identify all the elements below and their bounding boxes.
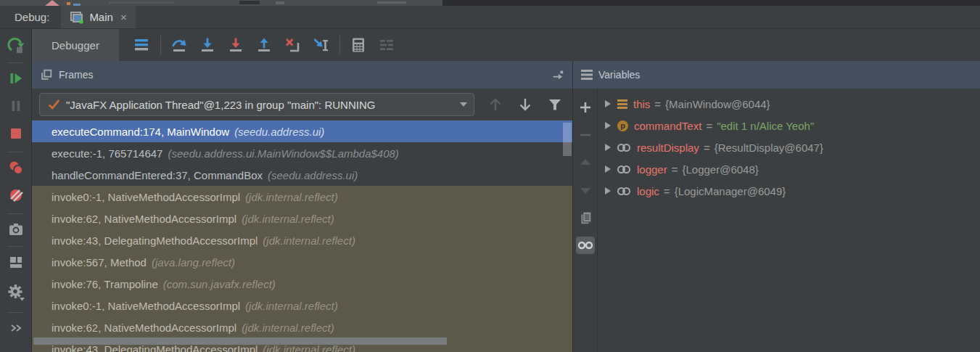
variable-name: resultDisplay: [637, 142, 699, 154]
frame-row[interactable]: invoke:62, NativeMethodAccessorImpl (jdk…: [32, 316, 572, 338]
step-out-icon[interactable]: [253, 36, 275, 54]
tab-main-title: Main: [89, 11, 113, 23]
expand-arrow-icon[interactable]: [605, 122, 611, 129]
variable-value: "edit 1 n/Alice Yeoh": [717, 120, 814, 132]
variable-name: commandText: [634, 120, 701, 132]
evaluate-expression-icon[interactable]: [347, 36, 369, 54]
variable-row[interactable]: commandText = "edit 1 n/Alice Yeoh": [598, 115, 980, 136]
clipped-shape: [276, 1, 284, 4]
tab-debugger[interactable]: Debugger: [32, 29, 119, 61]
next-frame-icon[interactable]: [516, 96, 534, 113]
get-thread-dump-icon[interactable]: [6, 220, 26, 239]
variable-name: logger: [637, 163, 667, 176]
duplicate-watch-icon[interactable]: [576, 209, 595, 226]
debugger-toolbar: Debugger: [32, 29, 980, 61]
resume-program-icon[interactable]: [6, 69, 26, 88]
variables-tree: this = {MainWindow@6044} commandText =: [598, 89, 980, 352]
variable-name: this: [633, 98, 650, 110]
thread-selector-dropdown[interactable]: "JavaFX Application Thread"@1,223 in gro…: [39, 93, 474, 116]
move-down-icon[interactable]: [576, 181, 595, 199]
frame-row[interactable]: invoke:567, Method (java.lang.reflect): [32, 251, 572, 273]
add-watch-icon[interactable]: [576, 99, 595, 116]
frame-package: (jdk.internal.reflect): [245, 300, 338, 312]
step-into-icon[interactable]: [197, 36, 218, 54]
frame-method: executeCommand:174, MainWindow: [52, 126, 229, 138]
equals-sign: =: [706, 120, 712, 132]
horizontal-scrollbar[interactable]: [33, 337, 447, 345]
vertical-scrollbar[interactable]: [563, 123, 572, 156]
frame-package: (java.lang.reflect): [152, 256, 235, 269]
debug-tool-window: Debug: Main ×: [0, 0, 980, 352]
variable-row[interactable]: logger = {Logger@6048}: [598, 158, 980, 180]
frames-title: Frames: [59, 69, 93, 81]
run-window-icon: [70, 11, 84, 24]
show-watches-icon[interactable]: [576, 237, 595, 254]
previous-frame-icon[interactable]: [487, 96, 504, 113]
view-breakpoints-icon[interactable]: [6, 158, 26, 177]
variable-row[interactable]: resultDisplay = {ResultDisplay@6047}: [598, 136, 980, 158]
sidebar-separator: [8, 62, 24, 63]
frame-package: (jdk.internal.reflect): [263, 234, 355, 247]
remove-watch-icon[interactable]: [576, 126, 595, 144]
frame-method: invoke:43, DelegatingMethodAccessorImpl: [52, 234, 258, 247]
frame-row[interactable]: executeCommand:174, MainWindow (seedu.ad…: [32, 120, 572, 142]
restore-layout-icon[interactable]: [6, 253, 26, 271]
variable-row[interactable]: this = {MainWindow@6044}: [598, 93, 980, 115]
thread-running-check-icon: [46, 97, 61, 112]
tab-debugger-label: Debugger: [52, 39, 99, 52]
trace-stream-icon[interactable]: [376, 36, 398, 54]
clipped-editor-sliver: [0, 0, 980, 6]
hide-frames-filter-icon[interactable]: [546, 96, 564, 113]
frame-method: invoke:76, Trampoline: [52, 278, 158, 290]
frame-method: invoke:62, NativeMethodAccessorImpl: [52, 322, 236, 334]
more-chevrons-icon[interactable]: [6, 319, 26, 337]
frame-row[interactable]: invoke0:-1, NativeMethodAccessorImpl (jd…: [32, 295, 572, 316]
frame-method: invoke:62, NativeMethodAccessorImpl: [52, 213, 236, 225]
frame-package: (seedu.address.ui): [234, 126, 324, 138]
variable-value: {Logger@6048}: [682, 163, 758, 176]
debug-actions-sidebar: [0, 29, 32, 352]
frame-method: invoke0:-1, NativeMethodAccessorImpl: [52, 300, 240, 312]
clipped-shape: [377, 1, 406, 4]
frame-row[interactable]: execute:-1, 765714647 (seedu.address.ui.…: [32, 142, 572, 164]
force-step-into-icon[interactable]: [225, 36, 247, 54]
equals-sign: =: [672, 163, 678, 176]
variable-name: logic: [637, 185, 659, 197]
frame-row[interactable]: invoke:76, Trampoline (com.sun.javafx.re…: [32, 273, 572, 295]
close-icon[interactable]: ×: [120, 12, 127, 22]
variable-type-icon: [617, 143, 631, 152]
show-execution-point-icon[interactable]: [131, 36, 152, 54]
frame-method: invoke0:-1, NativeMethodAccessorImpl: [52, 191, 240, 203]
run-to-cursor-icon[interactable]: [310, 36, 332, 54]
popup-frames-icon[interactable]: [551, 68, 564, 81]
expand-arrow-icon[interactable]: [605, 144, 611, 151]
frame-row[interactable]: invoke:62, NativeMethodAccessorImpl (jdk…: [32, 208, 572, 229]
rerun-icon[interactable]: [6, 36, 26, 55]
expand-arrow-icon[interactable]: [605, 100, 611, 107]
move-up-icon[interactable]: [576, 154, 595, 171]
toolbar-separator: [339, 36, 340, 54]
sidebar-separator: [8, 312, 24, 313]
variable-type-icon: [617, 99, 627, 109]
drop-frame-icon[interactable]: [281, 36, 303, 54]
stop-icon[interactable]: [6, 124, 26, 143]
frame-row[interactable]: handleCommandEntered:37, CommandBox (see…: [32, 164, 572, 186]
variable-value: {MainWindow@6044}: [665, 98, 770, 110]
equals-sign: =: [704, 142, 710, 154]
expand-arrow-icon[interactable]: [605, 187, 611, 195]
frames-list: executeCommand:174, MainWindow (seedu.ad…: [32, 120, 572, 352]
variable-row[interactable]: logic = {LogicManager@6049}: [598, 180, 980, 202]
expand-arrow-icon[interactable]: [605, 165, 611, 173]
settings-gear-icon[interactable]: [6, 283, 26, 302]
frame-row[interactable]: invoke0:-1, NativeMethodAccessorImpl (jd…: [32, 186, 572, 208]
step-over-icon[interactable]: [168, 36, 190, 54]
pause-program-icon[interactable]: [6, 97, 26, 115]
toolbar-separator: [160, 36, 161, 54]
mute-breakpoints-icon[interactable]: [6, 186, 26, 205]
variables-title: Variables: [598, 69, 640, 81]
tab-main[interactable]: Main ×: [61, 6, 135, 28]
equals-sign: =: [664, 185, 670, 197]
frame-row[interactable]: invoke:43, DelegatingMethodAccessorImpl …: [32, 229, 572, 251]
sidebar-separator: [8, 152, 24, 152]
clipped-shape: [73, 4, 81, 6]
